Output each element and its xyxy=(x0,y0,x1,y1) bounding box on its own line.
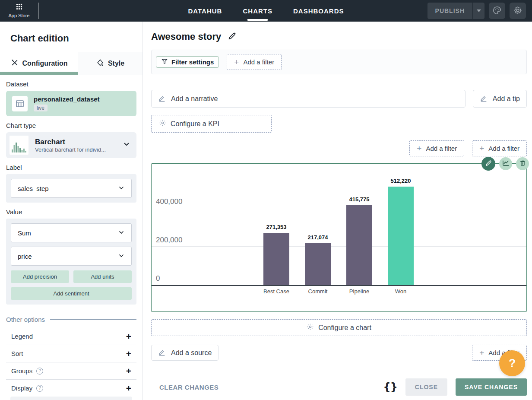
editor-footer: CLEAR CHANGES {} CLOSE SAVE CHANGES xyxy=(143,374,532,400)
add-filter-button[interactable]: + Add a filter xyxy=(227,54,282,70)
option-row-groups[interactable]: Groups ? + xyxy=(6,362,136,379)
bar-commit[interactable] xyxy=(305,243,331,285)
chevron-down-icon xyxy=(477,10,481,12)
configure-kpi-button[interactable]: Configure a KPI xyxy=(151,115,272,133)
chart-type-button[interactable] xyxy=(499,157,512,170)
dataset-section-label: Dataset xyxy=(6,80,136,88)
label-select[interactable]: sales_step xyxy=(11,179,132,198)
bar-value-label: 271,353 xyxy=(250,224,302,230)
value-section-label: Value xyxy=(6,208,136,216)
add-source-button[interactable]: Add a source xyxy=(151,345,218,361)
bar-value-label: 217,074 xyxy=(292,234,344,241)
close-button[interactable]: CLOSE xyxy=(405,378,447,396)
bar-chart-card: 0200,000400,000271,353217,074415,775512,… xyxy=(151,163,527,312)
add-narrative-button[interactable]: Add a narrative xyxy=(151,90,466,108)
edit-chart-button[interactable] xyxy=(481,157,495,171)
edit-title-pencil-icon[interactable] xyxy=(228,32,237,42)
nav-right: PUBLISH xyxy=(428,3,526,19)
display-help-icon[interactable]: ? xyxy=(36,385,43,392)
pencil-line-icon xyxy=(480,94,488,104)
story-editor-main: Awesome story Filter settings + Add a fi… xyxy=(143,22,532,374)
app-store-button[interactable]: App Store xyxy=(0,0,38,22)
filter-settings-button[interactable]: Filter settings xyxy=(156,56,219,68)
clear-changes-button[interactable]: CLEAR CHANGES xyxy=(159,384,218,391)
trash-icon xyxy=(519,159,526,168)
app-grid-icon xyxy=(16,3,22,12)
y-axis-tick-label: 0 xyxy=(156,274,160,283)
tab-style[interactable]: Style xyxy=(78,52,142,75)
dataset-table-icon xyxy=(12,96,28,111)
dataset-card[interactable]: personalized_dataset live xyxy=(6,91,136,116)
plus-icon: + xyxy=(417,144,421,152)
gear-icon xyxy=(513,6,522,16)
bar-best-case[interactable] xyxy=(263,233,289,285)
add-sort-button[interactable]: + xyxy=(126,349,131,358)
line-chart-icon xyxy=(502,159,510,168)
live-badge: live xyxy=(34,105,48,111)
theme-palette-button[interactable] xyxy=(489,3,505,19)
nav-link-charts[interactable]: CHARTS xyxy=(243,0,272,22)
top-nav: App Store DATAHUB CHARTS DASHBOARDS PUBL… xyxy=(0,0,532,22)
bar-value-label: 415,775 xyxy=(333,196,385,203)
save-changes-button[interactable]: SAVE CHANGES xyxy=(456,378,527,396)
configure-chart-button[interactable]: Configure a chart xyxy=(151,319,527,336)
bar-won[interactable] xyxy=(388,187,414,285)
help-fab-button[interactable]: ? xyxy=(499,350,525,376)
nav-link-dashboards[interactable]: DASHBOARDS xyxy=(293,0,344,22)
filter-panel: Filter settings + Add a filter xyxy=(151,50,527,74)
app-store-label: App Store xyxy=(9,13,30,18)
add-sentiment-button[interactable]: Add sentiment xyxy=(11,287,132,300)
add-display-button[interactable]: + xyxy=(126,384,131,393)
chevron-down-icon xyxy=(118,184,125,193)
page-title: Awesome story xyxy=(151,31,221,42)
gridline xyxy=(152,208,526,208)
code-view-button[interactable]: {} xyxy=(383,381,397,393)
add-legend-button[interactable]: + xyxy=(126,332,131,341)
add-filter-button-right[interactable]: + Add a filter xyxy=(472,140,527,156)
publish-button[interactable]: PUBLISH xyxy=(428,3,472,19)
x-axis-line xyxy=(152,285,526,286)
bar-chart-plot: 0200,000400,000271,353217,074415,775512,… xyxy=(152,164,526,286)
groups-help-icon[interactable]: ? xyxy=(36,368,43,375)
y-axis-tick-label: 200,000 xyxy=(156,236,182,244)
add-tip-button[interactable]: Add a tip xyxy=(473,90,527,108)
dataset-name: personalized_dataset xyxy=(34,95,100,103)
aggregation-select[interactable]: Sum xyxy=(11,223,132,242)
bar-value-label: 512,220 xyxy=(375,178,427,184)
gridline xyxy=(152,246,526,247)
chevron-down-icon xyxy=(118,229,125,237)
plus-icon: + xyxy=(479,144,484,152)
option-row-legend[interactable]: Legend + xyxy=(6,328,136,345)
pencil-line-icon xyxy=(158,94,166,104)
add-units-button[interactable]: Add units xyxy=(73,270,132,283)
label-section-label: Label xyxy=(6,164,136,171)
gear-icon xyxy=(159,119,166,128)
pencil-icon xyxy=(485,159,492,168)
nav-divider xyxy=(38,3,38,19)
plus-icon: + xyxy=(479,349,484,357)
value-column-select[interactable]: price xyxy=(11,247,132,266)
delete-chart-button[interactable] xyxy=(516,157,529,170)
option-row-display[interactable]: Display ? + xyxy=(6,380,136,397)
barchart-thumbnail-icon xyxy=(10,136,28,155)
bar-pipeline[interactable] xyxy=(346,205,372,285)
add-precision-button[interactable]: Add precision xyxy=(11,270,69,283)
publish-dropdown-button[interactable] xyxy=(473,3,484,19)
other-options-label: Other options xyxy=(6,316,45,323)
y-axis-tick-label: 400,000 xyxy=(156,197,182,206)
add-groups-button[interactable]: + xyxy=(126,366,131,375)
nav-link-datahub[interactable]: DATAHUB xyxy=(188,0,222,22)
funnel-icon xyxy=(161,58,168,66)
nav-links: DATAHUB CHARTS DASHBOARDS xyxy=(188,0,344,22)
pencil-line-icon xyxy=(158,348,166,358)
chart-edition-sidebar: Chart edition Configuration Style Datase… xyxy=(0,22,143,400)
settings-button[interactable] xyxy=(510,3,526,19)
active-tab-indicator xyxy=(0,72,78,75)
chart-type-section-label: Chart type xyxy=(6,122,136,129)
option-row-sort[interactable]: Sort + xyxy=(6,345,136,362)
chart-type-selector[interactable]: Barchart Vertical barchart for individ..… xyxy=(6,132,136,158)
category-label: Won xyxy=(375,288,427,295)
palette-icon xyxy=(492,6,502,16)
tools-icon xyxy=(11,59,19,68)
add-filter-button-left[interactable]: + Add a filter xyxy=(409,140,464,156)
